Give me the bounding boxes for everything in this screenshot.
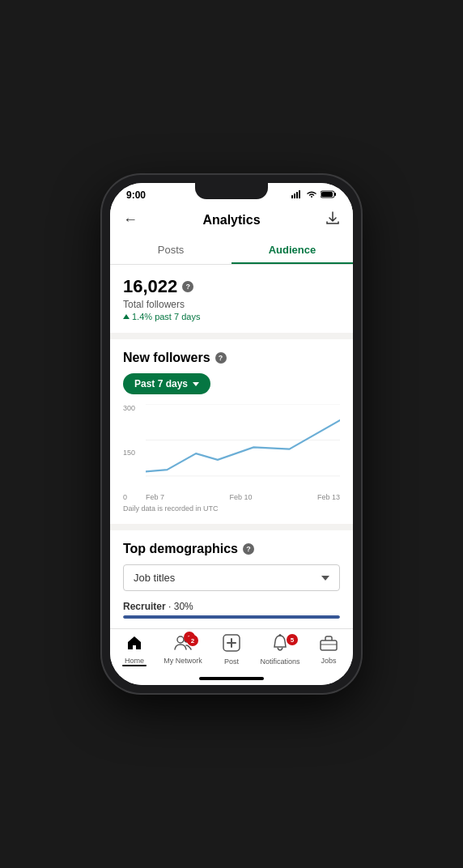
svg-rect-0 xyxy=(291,195,293,198)
post-icon xyxy=(223,634,240,656)
status-time: 9:00 xyxy=(126,189,146,201)
signal-icon xyxy=(291,190,303,200)
followers-count: 16,022 ? xyxy=(123,276,340,297)
nav-home-label: Home xyxy=(125,657,144,665)
nav-post[interactable]: Post xyxy=(211,634,252,666)
followers-label: Total followers xyxy=(123,299,340,310)
chart-x-axis: Feb 7 Feb 10 Feb 13 xyxy=(146,493,340,501)
network-badge: 2 xyxy=(187,635,198,646)
followers-growth: 1.4% past 7 days xyxy=(123,312,340,321)
nav-post-label: Post xyxy=(224,657,239,666)
notifications-badge: 5 xyxy=(287,634,298,645)
phone-frame: 9:00 xyxy=(102,175,361,693)
svg-point-15 xyxy=(279,634,282,636)
tabs-container: Posts Audience xyxy=(110,236,353,265)
growth-arrow-icon xyxy=(123,314,130,319)
download-button[interactable] xyxy=(325,211,340,229)
nav-home[interactable]: Home xyxy=(114,635,155,665)
nav-network-label: My Network xyxy=(164,657,202,665)
chart-y-axis: 300 150 0 xyxy=(123,404,138,501)
home-icon xyxy=(126,635,142,655)
demo-bar-fill-recruiter xyxy=(123,615,340,619)
demo-item-recruiter: Recruiter · 30% xyxy=(123,601,340,619)
svg-rect-3 xyxy=(299,190,300,198)
svg-rect-5 xyxy=(334,193,336,196)
followers-help-icon[interactable]: ? xyxy=(182,281,193,292)
main-content: 16,022 ? Total followers 1.4% past 7 day… xyxy=(110,265,353,628)
nav-jobs-label: Jobs xyxy=(321,657,336,665)
home-active-indicator xyxy=(122,665,147,666)
svg-rect-2 xyxy=(296,192,298,198)
demo-label-recruiter: Recruiter · 30% xyxy=(123,601,340,612)
battery-icon xyxy=(321,190,337,200)
home-pill xyxy=(199,677,264,680)
demographics-dropdown-arrow-icon xyxy=(321,576,329,581)
bottom-nav: Home 2 2 My Network xyxy=(110,628,353,674)
demographics-help-icon[interactable]: ? xyxy=(243,543,254,555)
nav-notifications-label: Notifications xyxy=(260,657,299,666)
nav-jobs[interactable]: Jobs xyxy=(308,635,349,665)
tab-posts[interactable]: Posts xyxy=(110,236,232,264)
chart-svg-area xyxy=(146,404,340,485)
header: ← Analytics xyxy=(110,204,353,236)
followers-chart: 300 150 0 xyxy=(123,404,340,501)
demographics-dropdown[interactable]: Job titles xyxy=(123,564,340,591)
phone-screen: 9:00 xyxy=(110,183,353,685)
wifi-icon xyxy=(306,190,317,200)
notifications-icon xyxy=(272,634,288,656)
followers-section: 16,022 ? Total followers 1.4% past 7 day… xyxy=(110,265,353,333)
svg-rect-1 xyxy=(294,194,295,198)
notch xyxy=(195,183,268,199)
demographics-section: Top demographics ? Job titles Recruiter … xyxy=(110,530,353,628)
new-followers-title: New followers ? xyxy=(123,351,340,365)
page-title: Analytics xyxy=(202,213,260,228)
demographics-title: Top demographics ? xyxy=(123,542,340,556)
demo-bar-recruiter xyxy=(123,615,340,619)
svg-rect-6 xyxy=(321,192,333,197)
filter-dropdown-arrow-icon xyxy=(193,382,199,386)
svg-rect-16 xyxy=(321,640,337,650)
period-filter-button[interactable]: Past 7 days xyxy=(123,373,210,394)
home-indicator xyxy=(110,674,353,685)
new-followers-section: New followers ? Past 7 days 300 150 0 xyxy=(110,339,353,524)
chart-note: Daily data is recorded in UTC xyxy=(123,504,340,513)
jobs-icon xyxy=(320,635,338,655)
tab-audience[interactable]: Audience xyxy=(232,236,353,264)
back-button[interactable]: ← xyxy=(123,211,138,228)
new-followers-help-icon[interactable]: ? xyxy=(215,352,227,364)
status-icons xyxy=(291,190,337,200)
nav-network[interactable]: 2 2 My Network xyxy=(163,635,203,665)
svg-point-10 xyxy=(177,636,184,643)
nav-notifications[interactable]: 5 Notifications xyxy=(260,634,300,666)
